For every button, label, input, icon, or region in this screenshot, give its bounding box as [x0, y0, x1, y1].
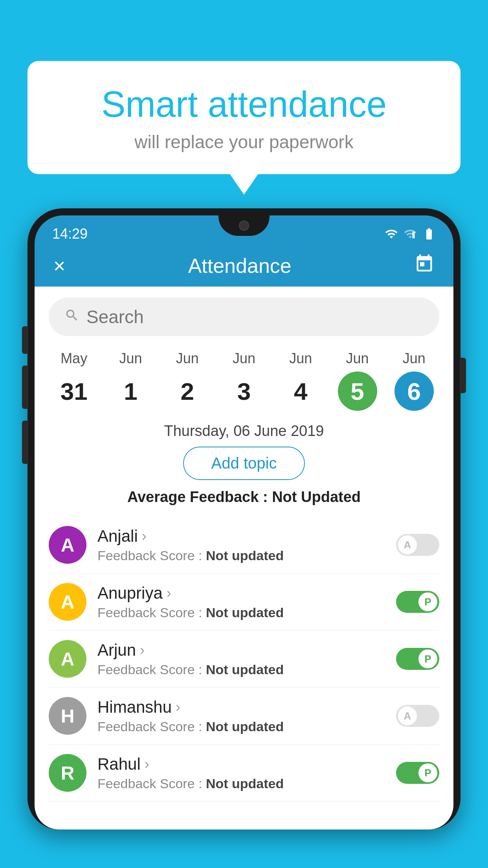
attendance-toggle-wrap[interactable]: A [396, 534, 439, 556]
toggle-knob: A [398, 535, 417, 554]
student-feedback: Feedback Score : Not updated [97, 719, 385, 734]
hero-subtitle: will replace your paperwork [51, 131, 437, 153]
cal-day-number: 5 [338, 371, 377, 411]
avg-feedback-value: Not Updated [272, 489, 361, 505]
selected-date: Thursday, 06 June 2019 [35, 423, 453, 440]
calendar-icon[interactable] [414, 254, 435, 278]
avg-feedback: Average Feedback : Not Updated [35, 489, 453, 506]
app-header: × Attendance [35, 245, 453, 287]
toggle-knob: P [418, 763, 437, 782]
front-camera [239, 221, 249, 231]
signal-icon [404, 227, 417, 241]
cal-day-number: 1 [111, 371, 150, 411]
attendance-toggle[interactable]: P [396, 648, 439, 670]
student-info: Himanshu ›Feedback Score : Not updated [97, 698, 385, 734]
student-info: Rahul ›Feedback Score : Not updated [97, 755, 385, 791]
student-item[interactable]: HHimanshu ›Feedback Score : Not updatedA [49, 688, 439, 745]
student-name: Arjun › [97, 641, 385, 660]
search-icon [64, 308, 79, 326]
cal-day-number: 2 [168, 371, 207, 411]
student-feedback: Feedback Score : Not updated [97, 776, 385, 791]
chevron-right-icon: › [145, 756, 149, 772]
power-button [460, 358, 466, 393]
search-bar[interactable] [49, 298, 439, 336]
chevron-right-icon: › [142, 528, 147, 544]
toggle-knob: P [418, 592, 437, 611]
cal-month-label: May [61, 350, 87, 367]
cal-day-number: 4 [281, 371, 320, 411]
attendance-toggle-wrap[interactable]: P [396, 591, 439, 613]
calendar-day[interactable]: May31 [54, 350, 94, 411]
add-topic-button[interactable]: Add topic [183, 447, 305, 480]
phone-outer: 14:29 [28, 208, 460, 829]
toggle-knob: P [418, 649, 437, 668]
attendance-toggle[interactable]: P [396, 762, 439, 784]
cal-month-label: Jun [403, 350, 426, 367]
cal-day-number: 31 [54, 371, 94, 411]
svg-rect-0 [413, 232, 415, 238]
calendar-day[interactable]: Jun4 [281, 350, 320, 411]
cal-month-label: Jun [233, 350, 255, 367]
battery-icon [422, 227, 436, 241]
chevron-right-icon: › [176, 699, 180, 715]
attendance-toggle-wrap[interactable]: A [396, 705, 439, 727]
cal-month-label: Jun [119, 350, 142, 367]
student-name: Anupriya › [97, 584, 385, 603]
avatar: R [49, 754, 86, 792]
attendance-toggle[interactable]: A [396, 534, 439, 556]
phone-time: 14:29 [52, 226, 88, 242]
status-icons [385, 227, 436, 241]
toggle-knob: A [398, 706, 417, 725]
phone-frame: 14:29 [28, 208, 460, 868]
avg-feedback-label: Average Feedback : [127, 489, 272, 505]
calendar-day[interactable]: Jun6 [394, 350, 434, 411]
cal-day-number: 6 [394, 371, 434, 411]
cal-day-number: 3 [224, 371, 264, 411]
student-item[interactable]: AAnupriya ›Feedback Score : Not updatedP [49, 574, 439, 631]
attendance-toggle-wrap[interactable]: P [396, 762, 439, 784]
app-title: Attendance [188, 254, 292, 278]
student-info: Arjun ›Feedback Score : Not updated [97, 641, 385, 677]
volume-up-button [22, 326, 28, 354]
attendance-toggle[interactable]: A [396, 705, 439, 727]
cal-month-label: Jun [346, 350, 369, 367]
hero-title: Smart attendance [51, 85, 437, 124]
student-item[interactable]: AArjun ›Feedback Score : Not updatedP [49, 631, 439, 688]
silent-button [22, 421, 28, 464]
student-feedback: Feedback Score : Not updated [97, 548, 385, 563]
app-content: × Attendance May31Jun1Jun2Jun3Jun4 [35, 245, 453, 829]
student-name: Rahul › [97, 755, 385, 774]
avatar: A [49, 526, 86, 564]
calendar-day[interactable]: Jun2 [168, 350, 207, 411]
student-name: Himanshu › [97, 698, 385, 717]
chevron-right-icon: › [140, 642, 145, 658]
avatar: A [49, 583, 86, 621]
student-list: AAnjali ›Feedback Score : Not updatedAAA… [35, 517, 453, 802]
chevron-right-icon: › [167, 585, 171, 601]
calendar-day[interactable]: Jun1 [111, 350, 150, 411]
calendar-strip: May31Jun1Jun2Jun3Jun4Jun5Jun6 [35, 347, 453, 411]
student-feedback: Feedback Score : Not updated [97, 605, 385, 620]
status-bar: 14:29 [35, 215, 453, 245]
attendance-toggle[interactable]: P [396, 591, 439, 613]
student-item[interactable]: RRahul ›Feedback Score : Not updatedP [49, 745, 439, 802]
calendar-day[interactable]: Jun5 [338, 350, 377, 411]
phone-notch [218, 215, 270, 236]
cal-month-label: Jun [289, 350, 312, 367]
volume-down-button [22, 366, 28, 409]
cal-month-label: Jun [176, 350, 199, 367]
wifi-icon [385, 227, 398, 241]
avatar: A [49, 640, 86, 678]
close-button[interactable]: × [53, 256, 65, 276]
speech-bubble-container: Smart attendance will replace your paper… [28, 61, 460, 174]
speech-bubble: Smart attendance will replace your paper… [28, 61, 460, 174]
student-name: Anjali › [97, 527, 385, 546]
avatar: H [49, 697, 86, 735]
search-input[interactable] [86, 306, 424, 327]
student-info: Anupriya ›Feedback Score : Not updated [97, 584, 385, 620]
attendance-toggle-wrap[interactable]: P [396, 648, 439, 670]
student-feedback: Feedback Score : Not updated [97, 662, 385, 677]
student-item[interactable]: AAnjali ›Feedback Score : Not updatedA [49, 517, 439, 574]
calendar-day[interactable]: Jun3 [224, 350, 264, 411]
student-info: Anjali ›Feedback Score : Not updated [97, 527, 385, 563]
